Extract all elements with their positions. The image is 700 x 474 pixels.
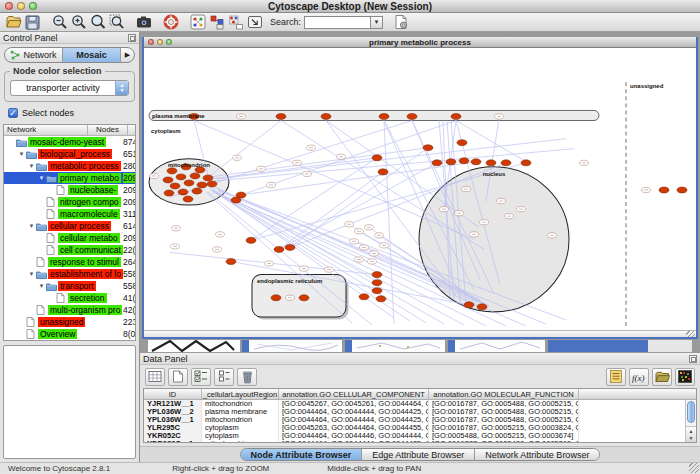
float-panel-icon[interactable]: [128, 34, 136, 42]
camera-icon[interactable]: [134, 14, 153, 31]
tree-row-unassigned[interactable]: unassigned223(0): [4, 316, 135, 328]
function-builder-icon[interactable]: f(x): [629, 368, 649, 386]
expander-icon[interactable]: ▼: [37, 283, 46, 289]
life-ring-icon[interactable]: [161, 14, 180, 31]
tree-row-secretion[interactable]: secretion41(0): [4, 292, 135, 304]
tree-row-primary-metabo[interactable]: ▼primary metabo209(...: [4, 172, 135, 184]
unselect-attributes-icon[interactable]: [214, 368, 234, 386]
table-row[interactable]: YJR121W__1mitochondrion[GO:0045267, GO:0…: [144, 400, 685, 408]
tab-overflow-arrow-icon[interactable]: ▶: [121, 48, 134, 62]
tree-row-cellular-process[interactable]: ▼cellular process614(0): [4, 220, 135, 232]
tree-row-nucleobase-[interactable]: nucleobase-209(0): [4, 184, 135, 196]
tree-col-network[interactable]: Network: [4, 125, 88, 135]
floppy-save-icon[interactable]: [23, 14, 42, 31]
tree-label: cell communicat: [58, 245, 123, 255]
attribute-grid-icon[interactable]: [145, 368, 165, 386]
node-count: 22(0): [123, 245, 135, 255]
table-scrollbar[interactable]: ▲▼: [685, 400, 696, 442]
table-row[interactable]: YDR039C__1mitochondrion[GO:0044464, GO:0…: [144, 440, 685, 443]
table-row[interactable]: YLR295Ccytoplasm[GO:0045263, GO:0044464,…: [144, 424, 685, 432]
expander-icon[interactable]: ▼: [27, 223, 36, 229]
network-document-icon[interactable]: [226, 14, 245, 31]
search-input[interactable]: [304, 16, 370, 29]
network-grid-icon[interactable]: [188, 14, 207, 31]
frame-bottom-edge: [144, 330, 696, 337]
expander-icon[interactable]: ▼: [37, 175, 46, 181]
delete-attribute-icon[interactable]: [237, 368, 257, 386]
table-row[interactable]: YPL036W__1mitochondrion[GO:0044464, GO:0…: [144, 416, 685, 424]
tree-row-cellular-metabo[interactable]: cellular metabo209(0): [4, 232, 135, 244]
table-row[interactable]: YKR052Ccytoplasm[GO:0044464, GO:0044446,…: [144, 432, 685, 440]
tree-label: secretion: [68, 293, 107, 303]
node-count: 264(0): [123, 257, 135, 267]
tree-row-mosaic-demo-yeast[interactable]: mosaic-demo-yeast874(0): [4, 136, 135, 148]
expander-icon[interactable]: ▼: [17, 151, 26, 157]
node-count: 209(0): [123, 233, 135, 243]
search-dropdown-icon[interactable]: ▼: [370, 16, 383, 29]
tree-col-nodes[interactable]: Nodes: [88, 125, 128, 135]
tree-row-multi-organism-pro[interactable]: multi-organism pro42(0): [4, 304, 135, 316]
network-red-blue-icon[interactable]: [207, 14, 226, 31]
table-cell: [GO:0005488, GO:0005215, GO:0003674]: [429, 432, 579, 440]
tree-row-cell-communicat[interactable]: cell communicat22(0): [4, 244, 135, 256]
data-panel-titlebar: Data Panel: [140, 353, 700, 365]
expander-icon[interactable]: ▼: [27, 163, 36, 169]
node-count: 558(0): [123, 281, 135, 291]
tree-label: metabolic process: [48, 161, 121, 171]
node-color-dropdown[interactable]: transporter activity ▲▼: [10, 80, 129, 96]
status-welcome: Welcome to Cytoscape 2.8.1: [8, 464, 110, 473]
column-header[interactable]: annotation.GO MOLECULAR_FUNCTION: [429, 389, 579, 399]
outline-nodes-group[interactable]: [150, 114, 651, 301]
tab-network-attribute-browser[interactable]: Network Attribute Browser: [475, 449, 599, 460]
tree-row-transport[interactable]: ▼transport558(0): [4, 280, 135, 292]
select-attributes-icon[interactable]: [191, 368, 211, 386]
magnifier-plus-icon[interactable]: [69, 14, 88, 31]
tree-row-nitrogen-compo[interactable]: nitrogen compo209(0): [4, 196, 135, 208]
column-header[interactable]: ID: [144, 389, 202, 399]
window-arrow-icon[interactable]: [245, 14, 264, 31]
magnifier-icon[interactable]: [88, 14, 107, 31]
select-nodes-checkbox[interactable]: ✓: [8, 108, 18, 118]
magnifier-region-icon[interactable]: [107, 14, 126, 31]
tree-row-response-to-stimul[interactable]: response to stimul264(0): [4, 256, 135, 268]
tab-node-attribute-browser[interactable]: Node Attribute Browser: [241, 449, 363, 460]
scroll-up-icon[interactable]: ▲: [689, 428, 694, 434]
float-panel-icon[interactable]: [689, 355, 697, 363]
svg-text:unassigned: unassigned: [630, 83, 664, 89]
network-canvas[interactable]: plasma membranecytoplasmmitochondrionnuc…: [144, 48, 696, 330]
tree-label: response to stimul: [48, 257, 121, 267]
tree-row-biological-process[interactable]: ▼biological_process651(0): [4, 148, 135, 160]
tree-label: mosaic-demo-yeast: [28, 137, 106, 147]
table-cell: YKR052C: [144, 432, 202, 440]
table-cell: [GO:0016787, GO:0005488, GO:0005215, G..…: [429, 440, 579, 443]
new-attribute-icon[interactable]: [168, 368, 188, 386]
file-icon: [56, 185, 68, 195]
expander-icon[interactable]: ▼: [27, 271, 36, 277]
column-header[interactable]: _cellularLayoutRegion: [202, 389, 279, 399]
tab-network[interactable]: Network: [5, 48, 63, 62]
network-view-frame[interactable]: primary metabolic process plasma membran…: [142, 37, 698, 339]
tree-row-metabolic-process[interactable]: ▼metabolic process280(0): [4, 160, 135, 172]
tree-row-overview[interactable]: Overview8(0): [4, 328, 135, 340]
matrix-icon[interactable]: [675, 368, 695, 386]
scrollbar-thumb[interactable]: [687, 401, 695, 423]
magnifier-minus-icon[interactable]: [50, 14, 69, 31]
resize-grip-icon[interactable]: [686, 331, 695, 337]
attribute-list-icon[interactable]: [606, 368, 626, 386]
file-icon: [46, 245, 58, 255]
search-label: Search:: [270, 17, 301, 27]
folder-open-icon[interactable]: [4, 14, 23, 31]
tree-row-macromolecule[interactable]: macromolecule311(0): [4, 208, 135, 220]
scroll-down-icon[interactable]: ▼: [689, 435, 694, 441]
tab-edge-attribute-browser[interactable]: Edge Attribute Browser: [362, 449, 475, 460]
tree-row-establishment-of-lo[interactable]: ▼establishment of lo558(0): [4, 268, 135, 280]
table-cell: plasma membrane: [202, 408, 279, 416]
column-header[interactable]: annotation.GO CELLULAR_COMPONENT: [279, 389, 429, 399]
resize-grip-icon[interactable]: [689, 463, 699, 473]
table-row[interactable]: YPL036W__2plasma membrane[GO:0044464, GO…: [144, 408, 685, 416]
node-count: 209(0): [123, 197, 135, 207]
background-windows: [142, 340, 698, 352]
import-attributes-icon[interactable]: [652, 368, 672, 386]
document-gear-icon[interactable]: [391, 14, 410, 31]
tab-mosaic[interactable]: Mosaic: [63, 48, 121, 62]
